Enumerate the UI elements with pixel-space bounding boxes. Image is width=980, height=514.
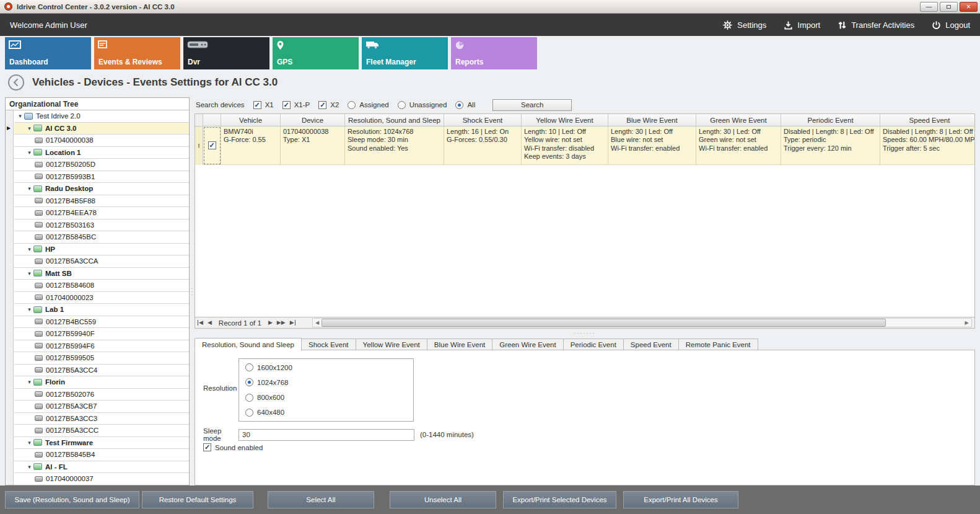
resolution-option-1024x768[interactable]: 1024x768 bbox=[245, 378, 407, 386]
tree-expander-icon[interactable]: ▾ bbox=[25, 125, 33, 131]
column-header-green-wire-event[interactable]: Green Wire Event bbox=[696, 114, 781, 126]
tree-item-00127b4bc559[interactable]: 00127B4BC559 bbox=[14, 316, 189, 329]
tree-expander-icon[interactable]: ▾ bbox=[16, 113, 24, 119]
tile-dashboard[interactable]: Dashboard bbox=[5, 37, 91, 69]
tab-remote-panic-event[interactable]: Remote Panic Event bbox=[679, 339, 758, 350]
filter-checkbox-x1p[interactable] bbox=[282, 101, 291, 109]
tree-item-radu-desktop[interactable]: ▾Radu Desktop bbox=[14, 183, 189, 195]
radio-button[interactable] bbox=[245, 394, 253, 402]
tile-events-reviews[interactable]: Events & Reviews bbox=[94, 37, 180, 69]
tree-item-00127b5845bc[interactable]: 00127B5845BC bbox=[14, 231, 189, 244]
tree-item-017040000037[interactable]: 017040000037 bbox=[14, 473, 189, 485]
tree-item-hp[interactable]: ▾HP bbox=[14, 244, 189, 256]
maximize-button[interactable] bbox=[940, 2, 958, 12]
sound-enabled-checkbox[interactable] bbox=[203, 443, 211, 451]
tree-item-017040000023[interactable]: 017040000023 bbox=[14, 292, 189, 304]
grid-horizontal-scrollbar[interactable]: ◀ ▶ bbox=[312, 318, 972, 327]
tree-grid-splitter[interactable]: ··· bbox=[190, 97, 195, 485]
column-header-periodic-event[interactable]: Periodic Event bbox=[781, 114, 880, 126]
export-print-all-devices-button[interactable]: Export/Print All Devices bbox=[623, 491, 738, 508]
logout-button[interactable]: Logout bbox=[932, 20, 970, 30]
grid-cell-periodic-event[interactable]: Disabled | Length: 8 | Led: OffType: per… bbox=[781, 126, 880, 165]
tile-gps[interactable]: GPS bbox=[273, 37, 359, 69]
tree-item-lab-1[interactable]: ▾Lab 1 bbox=[14, 304, 189, 316]
column-header-resolution-sound-and-sleep[interactable]: Resolution, Sound and Sleep bbox=[345, 114, 444, 126]
radio-button[interactable] bbox=[245, 409, 253, 417]
scrollbar-thumb[interactable] bbox=[322, 319, 886, 327]
grid-panel-splitter[interactable]: ······· bbox=[195, 329, 975, 337]
tree-item-00127b5994f6[interactable]: 00127B5994F6 bbox=[14, 340, 189, 353]
tree-item-location-1[interactable]: ▾Location 1 bbox=[14, 147, 189, 159]
grid-row[interactable]: I BMW740iG-Force: 0.55017040000038Type: … bbox=[195, 126, 974, 165]
tree-item-al-fl[interactable]: ▾Al - FL bbox=[14, 461, 189, 474]
tab-green-wire-event[interactable]: Green Wire Event bbox=[492, 339, 563, 350]
grid-cell-speed-event[interactable]: Disabled | Length: 8 | Led: OffSpeeds: 6… bbox=[880, 126, 975, 165]
tree-expander-icon[interactable]: ▾ bbox=[25, 379, 33, 385]
tree-item-00127b5a3cc4[interactable]: 00127B5A3CC4 bbox=[14, 365, 189, 377]
tree-item-florin[interactable]: ▾Florin bbox=[14, 376, 189, 389]
select-all-button[interactable]: Select All bbox=[268, 491, 374, 508]
settings-button[interactable]: Settings bbox=[722, 20, 766, 30]
column-header-speed-event[interactable]: Speed Event bbox=[880, 114, 975, 126]
minimize-button[interactable]: — bbox=[920, 2, 938, 12]
tree-item-00127b5a3ccc[interactable]: 00127B5A3CCC bbox=[14, 425, 189, 437]
tree-item-matt-sb[interactable]: ▾Matt SB bbox=[14, 268, 189, 280]
scroll-left-arrow-icon[interactable]: ◀ bbox=[313, 320, 322, 326]
resolution-option-1600x1200[interactable]: 1600x1200 bbox=[245, 363, 407, 371]
tree-item-test-idrive-2-0[interactable]: ▾Test Idrive 2.0 bbox=[14, 110, 189, 123]
next-page-button[interactable]: ▶▶ bbox=[277, 320, 286, 326]
tree-item-00127b584608[interactable]: 00127B584608 bbox=[14, 280, 189, 292]
last-record-button[interactable]: ▶ bbox=[290, 320, 295, 326]
tree-expander-icon[interactable]: ▾ bbox=[25, 246, 33, 252]
radio-button[interactable] bbox=[245, 363, 253, 371]
tree-item-00127b599505[interactable]: 00127B599505 bbox=[14, 352, 189, 365]
scrollbar-track[interactable] bbox=[322, 319, 963, 327]
filter-checkbox-x1[interactable] bbox=[253, 101, 261, 109]
tree-item-00127b4eea78[interactable]: 00127B4EEA78 bbox=[14, 207, 189, 219]
column-header-shock-event[interactable]: Shock Event bbox=[444, 114, 522, 126]
tree-item-test-firmware[interactable]: ▾Test Firmware bbox=[14, 437, 189, 450]
tree-item-00127b50205d[interactable]: 00127B50205D bbox=[14, 159, 189, 171]
tree-expander-icon[interactable]: ▾ bbox=[25, 185, 33, 192]
filter-checkbox-x2[interactable] bbox=[318, 101, 326, 109]
row-checkbox-cell[interactable] bbox=[203, 126, 221, 165]
tile-reports[interactable]: Reports bbox=[451, 37, 537, 69]
radio-button[interactable] bbox=[245, 378, 253, 386]
tab-yellow-wire-event[interactable]: Yellow Wire Event bbox=[356, 339, 427, 350]
search-button[interactable]: Search bbox=[492, 99, 572, 111]
tree-item-00127b502076[interactable]: 00127B502076 bbox=[14, 389, 189, 401]
grid-cell-blue-wire-event[interactable]: Length: 30 | Led: OffBlue wire: not setW… bbox=[608, 126, 696, 165]
filter-radio-unassigned[interactable] bbox=[398, 101, 406, 109]
tree-expander-icon[interactable]: ▾ bbox=[25, 149, 33, 156]
tab-speed-event[interactable]: Speed Event bbox=[624, 339, 679, 350]
column-header-blue-wire-event[interactable]: Blue Wire Event bbox=[608, 114, 696, 126]
grid-cell-resolution-sound-and-sleep[interactable]: Resolution: 1024x768Sleep mode: 30 minSo… bbox=[345, 126, 444, 165]
transfer-activities-button[interactable]: Transfer Activities bbox=[838, 20, 914, 30]
unselect-all-button[interactable]: Unselect All bbox=[390, 491, 496, 508]
back-button[interactable] bbox=[7, 74, 25, 91]
tree-item-00127b5845b4[interactable]: 00127B5845B4 bbox=[14, 449, 189, 461]
grid-cell-shock-event[interactable]: Length: 16 | Led: OnG-Forces: 0.55/0.30 bbox=[444, 126, 522, 165]
tree-expander-icon[interactable]: ▾ bbox=[25, 270, 33, 277]
tree-item-00127b4b5f88[interactable]: 00127B4B5F88 bbox=[14, 195, 189, 208]
tab-shock-event[interactable]: Shock Event bbox=[302, 339, 356, 350]
grid-cell-yellow-wire-event[interactable]: Length: 10 | Led: OffYellow wire: not se… bbox=[522, 126, 608, 165]
save-resolution-sound-and-sleep-button[interactable]: Save (Resolution, Sound and Sleep) bbox=[5, 491, 139, 508]
tab-periodic-event[interactable]: Periodic Event bbox=[564, 339, 624, 350]
tree-item-00127b5a3cca[interactable]: 00127B5A3CCA bbox=[14, 255, 189, 268]
column-header-device[interactable]: Device bbox=[281, 114, 345, 126]
filter-radio-assigned[interactable] bbox=[348, 101, 356, 109]
close-button[interactable]: × bbox=[960, 2, 978, 12]
import-button[interactable]: Import bbox=[784, 20, 820, 30]
tree-expander-icon[interactable]: ▾ bbox=[25, 464, 33, 470]
previous-record-button[interactable]: ◀ bbox=[208, 320, 212, 326]
sleep-mode-input[interactable]: 30 bbox=[238, 429, 414, 441]
grid-cell-vehicle[interactable]: BMW740iG-Force: 0.55 bbox=[221, 126, 281, 165]
restore-default-settings-button[interactable]: Restore Default Settings bbox=[142, 491, 253, 508]
next-record-button[interactable]: ▶ bbox=[268, 320, 273, 326]
resolution-option-640x480[interactable]: 640x480 bbox=[245, 409, 407, 417]
tree-item-00127b503163[interactable]: 00127B503163 bbox=[14, 219, 189, 232]
row-checkbox[interactable] bbox=[208, 141, 216, 149]
tree-expander-icon[interactable]: ▾ bbox=[25, 306, 33, 312]
tree-expander-icon[interactable]: ▾ bbox=[25, 440, 33, 446]
